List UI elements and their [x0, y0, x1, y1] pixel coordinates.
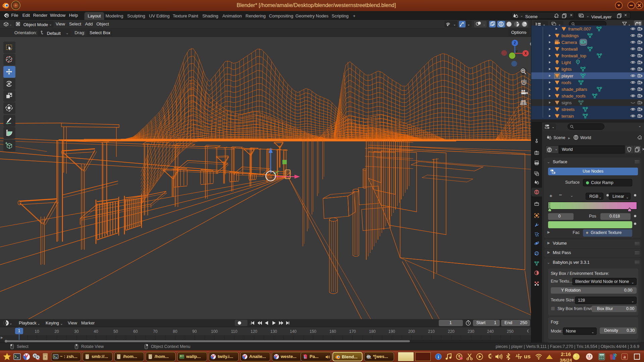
svg-text:i: i	[438, 354, 439, 359]
svg-text:⌄: ⌄	[552, 125, 554, 129]
svg-text:X: X	[525, 52, 527, 55]
svg-text:Y: Y	[516, 50, 518, 54]
svg-text:⌄: ⌄	[9, 321, 12, 325]
svg-text:⌄: ⌄	[453, 22, 456, 26]
svg-text:⌄: ⌄	[9, 23, 12, 26]
svg-text:⌄: ⌄	[483, 22, 485, 26]
svg-text:⌄: ⌄	[467, 22, 470, 26]
svg-text:a: a	[624, 354, 626, 359]
svg-text:Z: Z	[514, 41, 516, 45]
